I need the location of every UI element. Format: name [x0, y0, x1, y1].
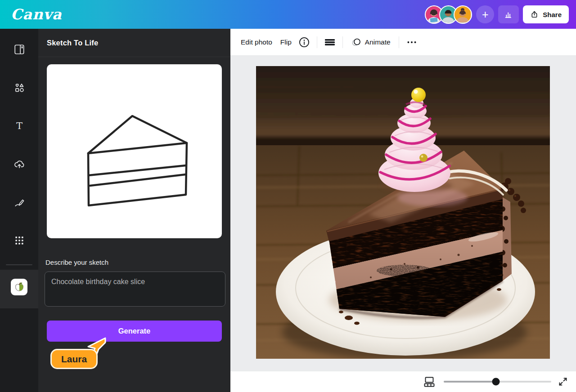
- grid-view-button[interactable]: [422, 374, 437, 389]
- apps-grid-icon: [14, 235, 25, 246]
- sidebar-divider: [6, 264, 32, 265]
- draw-icon: [14, 196, 25, 208]
- elements-icon: [14, 82, 25, 94]
- sidebar-item-apps[interactable]: [0, 228, 38, 253]
- canva-logo[interactable]: Canva: [11, 6, 62, 23]
- describe-sketch-label: Describe your sketch: [45, 258, 108, 266]
- fullscreen-button[interactable]: [555, 374, 571, 389]
- topbar: Canva: [0, 0, 576, 29]
- design-icon: [14, 44, 25, 55]
- invite-members-button[interactable]: +: [476, 5, 494, 23]
- sketch-canvas[interactable]: [47, 64, 222, 238]
- sketch-description-input[interactable]: Chocolate birthday cake slice: [45, 272, 225, 307]
- sidebar: T: [0, 29, 38, 392]
- sidebar-item-text[interactable]: T: [0, 113, 38, 138]
- position-button[interactable]: [321, 34, 338, 50]
- animate-label: Animate: [365, 38, 391, 46]
- avatar-collaborator-3[interactable]: [454, 5, 472, 24]
- photo-page[interactable]: [256, 66, 550, 359]
- cake-slice-sketch: [47, 64, 222, 238]
- canvas-area: [230, 56, 576, 371]
- insights-button[interactable]: [498, 5, 519, 23]
- collaborator-cursor: Laura: [49, 335, 148, 392]
- sidebar-active-app-slot: [0, 270, 38, 308]
- toolbar-divider: [342, 36, 343, 48]
- toolbar-divider: [399, 36, 399, 48]
- svg-text:T: T: [16, 120, 22, 131]
- more-options-button[interactable]: [403, 34, 420, 50]
- zoom-slider-fill: [444, 381, 496, 383]
- animate-button[interactable]: Animate: [347, 33, 395, 51]
- sidebar-item-draw[interactable]: [0, 190, 38, 215]
- uploads-icon: [14, 158, 25, 170]
- upload-icon: [530, 10, 539, 19]
- text-icon: T: [14, 120, 25, 132]
- zoom-slider-thumb[interactable]: [492, 378, 500, 386]
- workspace: Edit photo Flip: [230, 29, 576, 392]
- collaborator-avatars: [425, 5, 472, 24]
- more-dots-icon: [406, 36, 418, 48]
- animate-icon: [351, 37, 362, 48]
- sketch-to-life-panel: Sketch To Life Describe your sketch Choc…: [38, 29, 230, 392]
- info-button[interactable]: [296, 34, 313, 50]
- canva-editor: Canva: [0, 0, 576, 392]
- sidebar-item-sketch-to-life-app[interactable]: [11, 279, 27, 295]
- sidebar-item-elements[interactable]: [0, 75, 38, 100]
- context-toolbar: Edit photo Flip: [230, 29, 576, 56]
- expand-icon: [558, 376, 568, 387]
- plus-icon: +: [482, 9, 489, 20]
- topbar-actions: + Share: [425, 5, 569, 24]
- sketch-to-life-app-icon: [13, 281, 26, 294]
- zoom-slider[interactable]: [444, 381, 551, 383]
- share-label: Share: [543, 11, 562, 18]
- info-icon: [298, 36, 310, 48]
- toolbar-divider: [317, 36, 317, 48]
- cake-photo: [256, 66, 550, 359]
- share-button[interactable]: Share: [523, 5, 569, 23]
- edit-photo-button[interactable]: Edit photo: [237, 35, 276, 50]
- panel-title: Sketch To Life: [47, 39, 98, 47]
- sidebar-item-uploads[interactable]: [0, 151, 38, 177]
- flip-button[interactable]: Flip: [276, 35, 296, 50]
- pages-icon: [423, 376, 435, 388]
- sidebar-item-design[interactable]: [0, 37, 38, 62]
- generate-button[interactable]: Generate: [47, 321, 222, 342]
- panel-header: Sketch To Life: [38, 29, 230, 57]
- bar-chart-icon: [504, 9, 513, 19]
- cursor-name-label: Laura: [50, 349, 98, 369]
- bottom-bar: [230, 371, 576, 392]
- position-lines-icon: [324, 36, 336, 48]
- avatar-3-image: [454, 6, 471, 22]
